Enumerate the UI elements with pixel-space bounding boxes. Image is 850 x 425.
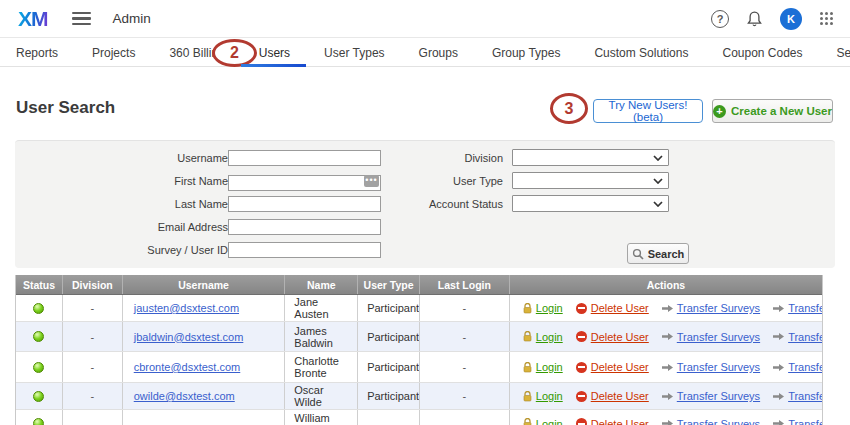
- header-name: Name: [285, 275, 358, 294]
- tab-custom-solutions[interactable]: Custom Solutions: [594, 39, 688, 67]
- table-header-row: Status Division Username Name User Type …: [16, 275, 822, 295]
- arrow-right-icon: [773, 332, 784, 341]
- chevron-down-icon: [653, 201, 663, 207]
- tab-users[interactable]: Users: [259, 39, 290, 67]
- header-user-type: User Type: [358, 275, 420, 294]
- tab-group-types[interactable]: Group Types: [492, 39, 560, 67]
- xm-logo: XM: [18, 7, 48, 31]
- transfer-workflows-action[interactable]: Transfer workflows: [773, 361, 822, 373]
- lock-icon: [523, 418, 532, 425]
- lock-icon: [523, 331, 532, 342]
- transfer-surveys-action[interactable]: Transfer Surveys: [662, 331, 760, 343]
- arrow-right-icon: [662, 392, 673, 401]
- hamburger-menu-icon[interactable]: [72, 12, 91, 25]
- search-button[interactable]: Search: [627, 243, 689, 264]
- tab-projects[interactable]: Projects: [92, 39, 135, 67]
- arrow-right-icon: [662, 332, 673, 341]
- delete-user-action[interactable]: Delete User: [576, 331, 649, 343]
- user-search-form: Username Division First Name ••• User Ty…: [15, 140, 835, 268]
- app-title: Admin: [113, 11, 151, 26]
- username-link[interactable]: jausten@dsxtest.com: [134, 302, 239, 314]
- email-address-label: Email Address: [28, 221, 228, 233]
- transfer-workflows-action[interactable]: Transfer workflows: [773, 418, 822, 425]
- login-action[interactable]: Login: [523, 302, 563, 314]
- user-type-select[interactable]: [512, 172, 669, 189]
- transfer-surveys-action[interactable]: Transfer Surveys: [662, 361, 760, 373]
- last-login-cell: -: [420, 322, 510, 351]
- table-row: - jbaldwin@dsxtest.com James Baldwin Par…: [16, 322, 822, 352]
- division-label: Division: [303, 152, 503, 164]
- tab-coupon-codes[interactable]: Coupon Codes: [722, 39, 802, 67]
- app-grid-icon[interactable]: [819, 11, 834, 26]
- survey-user-id-label: Survey / User ID: [28, 244, 228, 256]
- username-label: Username: [28, 152, 228, 164]
- user-type-cell: Participant: [358, 322, 420, 351]
- delete-user-action[interactable]: Delete User: [576, 361, 649, 373]
- delete-icon: [576, 362, 587, 373]
- tab-security[interactable]: Security: [837, 39, 850, 67]
- create-new-user-button[interactable]: + Create a New User: [712, 99, 833, 123]
- tab-user-types[interactable]: User Types: [324, 39, 384, 67]
- transfer-workflows-action[interactable]: Transfer workflows: [773, 331, 822, 343]
- first-name-label: First Name: [28, 175, 228, 187]
- user-avatar[interactable]: K: [780, 8, 802, 30]
- transfer-surveys-action[interactable]: Transfer Surveys: [662, 390, 760, 402]
- name-cell: William: [285, 410, 358, 425]
- status-active-icon: [33, 418, 44, 425]
- status-active-icon: [33, 391, 44, 402]
- division-cell: -: [63, 383, 123, 409]
- admin-nav-tabs: Reports Projects 360 Billing Users User …: [0, 39, 850, 67]
- header-last-login: Last Login: [420, 275, 510, 294]
- table-row: William Login Delete User Transfer Surve…: [16, 410, 822, 425]
- login-action[interactable]: Login: [523, 390, 563, 402]
- arrow-right-icon: [662, 419, 673, 425]
- delete-user-action[interactable]: Delete User: [576, 418, 649, 425]
- transfer-surveys-action[interactable]: Transfer Surveys: [662, 302, 760, 314]
- header-username: Username: [123, 275, 286, 294]
- try-new-users-button[interactable]: Try New Users! (beta): [593, 99, 703, 123]
- user-type-cell: [358, 410, 420, 425]
- transfer-workflows-action[interactable]: Transfer workflows: [773, 302, 822, 314]
- username-link[interactable]: jbaldwin@dsxtest.com: [134, 331, 244, 343]
- lock-icon: [523, 391, 532, 402]
- transfer-workflows-action[interactable]: Transfer workflows: [773, 390, 822, 402]
- plus-icon: +: [713, 105, 726, 118]
- account-status-select[interactable]: [512, 195, 669, 212]
- search-icon: [632, 248, 644, 260]
- arrow-right-icon: [773, 392, 784, 401]
- user-type-cell: Participant: [358, 383, 420, 409]
- division-select[interactable]: [512, 149, 669, 166]
- help-icon[interactable]: ?: [711, 10, 729, 28]
- tab-groups[interactable]: Groups: [419, 39, 458, 67]
- delete-user-action[interactable]: Delete User: [576, 302, 649, 314]
- actions-cell: Login Delete User Transfer Surveys Trans…: [510, 410, 822, 425]
- actions-cell: Login Delete User Transfer Surveys Trans…: [510, 383, 822, 409]
- transfer-surveys-action[interactable]: Transfer Surveys: [662, 418, 760, 425]
- email-address-input[interactable]: [228, 219, 381, 235]
- last-login-cell: -: [420, 295, 510, 321]
- last-login-cell: -: [420, 352, 510, 382]
- lock-icon: [523, 362, 532, 373]
- table-row: - cbronte@dsxtest.com Charlotte Bronte P…: [16, 352, 822, 383]
- login-action[interactable]: Login: [523, 361, 563, 373]
- annotation-step-3: 3: [550, 93, 588, 124]
- arrow-right-icon: [662, 363, 673, 372]
- login-action[interactable]: Login: [523, 418, 563, 425]
- delete-user-action[interactable]: Delete User: [576, 390, 649, 402]
- survey-user-id-input[interactable]: [228, 242, 381, 258]
- username-link[interactable]: cbronte@dsxtest.com: [134, 361, 241, 373]
- name-cell: James Baldwin: [285, 322, 358, 351]
- tab-reports[interactable]: Reports: [16, 39, 58, 67]
- notifications-bell-icon[interactable]: [746, 10, 763, 28]
- division-cell: [63, 410, 123, 425]
- user-type-cell: Participant: [358, 352, 420, 382]
- division-cell: -: [63, 352, 123, 382]
- login-action[interactable]: Login: [523, 331, 563, 343]
- page-title: User Search: [16, 98, 115, 118]
- username-link[interactable]: owilde@dsxtest.com: [134, 390, 235, 402]
- admin-user-search-screen: XM Admin ? K Reports Projects 360 Billin…: [0, 0, 850, 425]
- table-row: - owilde@dsxtest.com Oscar Wilde Partici…: [16, 383, 822, 410]
- user-type-cell: Participant: [358, 295, 420, 321]
- arrow-right-icon: [662, 304, 673, 313]
- account-status-label: Account Status: [303, 198, 503, 210]
